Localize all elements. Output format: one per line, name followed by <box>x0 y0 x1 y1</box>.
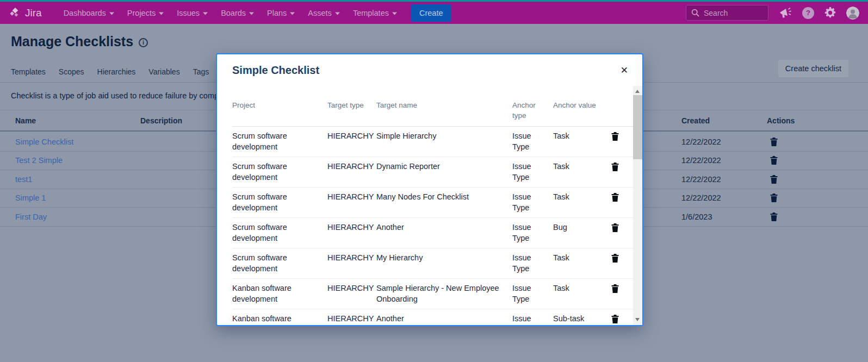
jira-logo-icon <box>9 7 21 19</box>
column-header-anchor-value: Anchor value <box>553 100 611 121</box>
target-name-cell: Another <box>376 222 512 233</box>
project-cell: Scrum software development <box>232 192 327 213</box>
project-cell: Scrum software development <box>232 161 327 183</box>
delete-button[interactable] <box>611 222 633 232</box>
search-box[interactable] <box>686 5 768 21</box>
scroll-up-arrow-icon[interactable] <box>635 90 640 93</box>
table-row: Scrum software development HIERARCHY Ano… <box>232 218 633 248</box>
anchor-value-cell: Task <box>553 283 611 294</box>
modal-body: Project Target type Target name Anchor t… <box>217 86 642 325</box>
anchor-type-cell: Issue Type <box>512 192 553 213</box>
modal-table-header: Project Target type Target name Anchor t… <box>232 86 633 127</box>
nav-menu-item-label: Issues <box>177 9 200 17</box>
table-row: Kanban software development HIERARCHY An… <box>232 309 633 325</box>
checklist-detail-modal: Simple Checklist ✕ Project Target type T… <box>216 53 643 326</box>
gear-icon[interactable] <box>824 7 836 18</box>
close-icon[interactable]: ✕ <box>621 66 628 75</box>
screen: Jira Dashboards Projects Issues <box>0 0 868 362</box>
delete-button[interactable] <box>611 283 633 293</box>
table-row: Scrum software development HIERARCHY Man… <box>232 188 633 218</box>
nav-menu-item-label: Dashboards <box>64 9 106 17</box>
nav-menu-item[interactable]: Issues <box>177 9 208 17</box>
target-name-cell: Dynamic Reporter <box>376 161 512 172</box>
delete-button[interactable] <box>611 131 633 141</box>
anchor-type-cell: Issue Type <box>512 131 553 152</box>
nav-menu-item-label: Assets <box>308 9 332 17</box>
help-icon[interactable]: ? <box>802 7 814 19</box>
target-name-cell: Many Nodes For Checklist <box>376 192 512 203</box>
search-input[interactable] <box>704 9 763 17</box>
target-type-cell: HIERARCHY <box>327 192 376 203</box>
target-type-cell: HIERARCHY <box>327 283 376 294</box>
scroll-down-arrow-icon[interactable] <box>635 318 640 321</box>
nav-menu-item[interactable]: Dashboards <box>64 9 114 17</box>
anchor-type-cell: Issue Type <box>512 161 553 183</box>
project-cell: Kanban software development <box>232 314 327 325</box>
delete-button[interactable] <box>611 161 633 171</box>
chevron-down-icon <box>109 12 114 15</box>
table-row: Scrum software development HIERARCHY Dyn… <box>232 157 633 188</box>
anchor-value-cell: Bug <box>553 222 611 233</box>
anchor-type-cell: Issue Type <box>512 253 553 274</box>
project-cell: Scrum software development <box>232 131 327 152</box>
project-cell: Scrum software development <box>232 222 327 244</box>
search-icon <box>691 9 699 17</box>
avatar[interactable] <box>846 7 859 20</box>
target-type-cell: HIERARCHY <box>327 222 376 233</box>
target-name-cell: Sample Hierarchy - New Employee Onboardi… <box>376 283 512 304</box>
nav-menu-item[interactable]: Projects <box>127 9 164 17</box>
announcement-icon[interactable] <box>779 7 792 19</box>
scrollbar-thumb[interactable] <box>633 95 642 159</box>
modal-table: Project Target type Target name Anchor t… <box>232 86 633 325</box>
top-nav: Jira Dashboards Projects Issues <box>0 0 868 24</box>
chevron-down-icon <box>335 12 340 15</box>
project-cell: Scrum software development <box>232 253 327 274</box>
nav-menu-item[interactable]: Boards <box>221 9 254 17</box>
delete-button[interactable] <box>611 192 633 202</box>
nav-menu-item-label: Templates <box>353 9 389 17</box>
anchor-value-cell: Task <box>553 192 611 203</box>
primary-nav: Dashboards Projects Issues Boards <box>64 9 397 17</box>
project-cell: Kanban software development <box>232 283 327 304</box>
brand-name: Jira <box>25 7 42 19</box>
jira-logo[interactable]: Jira <box>9 7 42 19</box>
target-type-cell: HIERARCHY <box>327 314 376 324</box>
anchor-type-cell: Issue Type <box>512 314 553 325</box>
target-type-cell: HIERARCHY <box>327 253 376 264</box>
table-row: Scrum software development HIERARCHY Sim… <box>232 127 633 157</box>
column-header-anchor-type: Anchor type <box>512 100 553 121</box>
column-header-target-type: Target type <box>327 100 376 121</box>
anchor-type-cell: Issue Type <box>512 222 553 244</box>
column-header-row-actions <box>611 100 633 121</box>
target-name-cell: My Hierarchy <box>376 253 512 264</box>
chevron-down-icon <box>203 12 208 15</box>
nav-menu-item[interactable]: Templates <box>353 9 397 17</box>
column-header-project: Project <box>232 100 327 121</box>
chevron-down-icon <box>249 12 254 15</box>
anchor-type-cell: Issue Type <box>512 283 553 304</box>
delete-button[interactable] <box>611 314 633 323</box>
anchor-value-cell: Task <box>553 253 611 264</box>
table-row: Kanban software development HIERARCHY Sa… <box>232 279 633 309</box>
nav-menu-item[interactable]: Assets <box>308 9 340 17</box>
modal-title: Simple Checklist <box>232 64 319 77</box>
modal-header: Simple Checklist ✕ <box>217 54 642 86</box>
nav-menu-item[interactable]: Plans <box>267 9 295 17</box>
delete-button[interactable] <box>611 253 633 263</box>
modal-table-rows: Scrum software development HIERARCHY Sim… <box>232 127 633 325</box>
chevron-down-icon <box>159 12 164 15</box>
nav-menu-item-label: Boards <box>221 9 246 17</box>
chevron-down-icon <box>392 12 397 15</box>
nav-menu-item-label: Plans <box>267 9 287 17</box>
column-header-target-name: Target name <box>376 100 512 121</box>
anchor-value-cell: Task <box>553 161 611 172</box>
nav-menu-item-label: Projects <box>127 9 156 17</box>
modal-scrollbar[interactable] <box>633 86 642 325</box>
nav-right-cluster: ? <box>686 5 859 21</box>
chevron-down-icon <box>290 12 295 15</box>
anchor-value-cell: Task <box>553 131 611 142</box>
target-name-cell: Another <box>376 314 512 324</box>
create-button[interactable]: Create <box>411 4 451 22</box>
table-row: Scrum software development HIERARCHY My … <box>232 248 633 279</box>
target-type-cell: HIERARCHY <box>327 161 376 172</box>
